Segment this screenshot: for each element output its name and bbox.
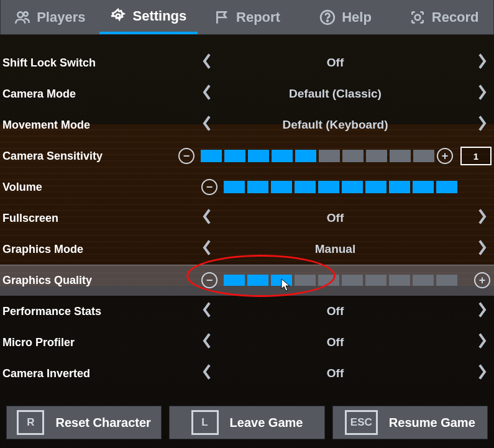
slider-tick[interactable]	[247, 275, 268, 286]
keycap: ESC	[345, 410, 378, 435]
row-movement-mode: Movement Mode Default (Keyboard)	[0, 109, 494, 140]
sensitivity-input[interactable]: 1	[460, 147, 492, 165]
minus-button[interactable]: −	[201, 179, 217, 195]
slider-tick[interactable]	[318, 275, 339, 286]
row-graphics-quality: Graphics Quality − +	[0, 265, 494, 296]
reset-character-button[interactable]: R Reset Character	[6, 406, 162, 439]
slider-tick[interactable]	[319, 150, 340, 162]
settings-list: Shift Lock Switch Off Camera Mode Defaul…	[0, 35, 494, 389]
setting-label: Micro Profiler	[2, 336, 201, 349]
chevron-left-icon[interactable]	[201, 84, 213, 104]
setting-value: Default (Classic)	[289, 87, 382, 101]
chevron-right-icon[interactable]	[477, 84, 488, 104]
setting-label: Camera Mode	[2, 88, 201, 101]
leave-game-button[interactable]: L Leave Game	[169, 406, 324, 439]
footer-actions: R Reset Character L Leave Game ESC Resum…	[0, 400, 494, 448]
slider-tick[interactable]	[295, 275, 316, 286]
chevron-right-icon[interactable]	[477, 115, 488, 135]
chevron-right-icon[interactable]	[477, 53, 488, 73]
gear-icon	[110, 8, 126, 24]
slider-tick[interactable]	[413, 275, 434, 286]
chevron-left-icon[interactable]	[201, 115, 213, 135]
slider-tick[interactable]	[436, 275, 457, 286]
resume-game-button[interactable]: ESC Resume Game	[332, 406, 488, 439]
svg-point-0	[18, 12, 24, 17]
slider-tick[interactable]	[365, 181, 387, 193]
chevron-right-icon[interactable]	[477, 208, 488, 229]
tab-record[interactable]: Record	[395, 0, 493, 34]
slider-tick[interactable]	[413, 150, 434, 162]
row-performance-stats: Performance Stats Off	[0, 296, 494, 327]
setting-value: Manual	[315, 242, 355, 256]
minus-button[interactable]: −	[201, 272, 217, 288]
slider-tick[interactable]	[224, 181, 245, 193]
slider-tick[interactable]	[389, 275, 410, 286]
slider-tick[interactable]	[366, 150, 387, 162]
slider-tick[interactable]	[318, 181, 339, 193]
slider-graphics-quality[interactable]	[224, 275, 457, 286]
flag-icon	[214, 9, 230, 25]
slider-camera-sensitivity[interactable]	[201, 150, 434, 162]
keycap: L	[191, 410, 219, 435]
players-icon	[14, 9, 30, 25]
slider-tick[interactable]	[271, 275, 292, 286]
slider-tick[interactable]	[224, 150, 245, 162]
minus-button[interactable]: −	[178, 148, 194, 164]
slider-tick[interactable]	[389, 181, 410, 193]
chevron-left-icon[interactable]	[201, 332, 213, 353]
slider-tick[interactable]	[224, 275, 245, 286]
slider-tick[interactable]	[248, 150, 269, 162]
setting-label: Fullscreen	[2, 212, 201, 225]
slider-tick[interactable]	[390, 150, 411, 162]
setting-value: Default (Keyboard)	[283, 118, 388, 132]
setting-label: Graphics Mode	[2, 243, 201, 256]
svg-point-5	[414, 14, 420, 20]
slider-tick[interactable]	[342, 275, 363, 286]
slider-tick[interactable]	[295, 181, 316, 193]
setting-value: Off	[327, 56, 344, 70]
slider-tick[interactable]	[436, 181, 457, 193]
chevron-left-icon[interactable]	[201, 239, 213, 260]
chevron-left-icon[interactable]	[201, 208, 213, 229]
tab-label: Record	[432, 9, 479, 25]
slider-tick[interactable]	[342, 181, 363, 193]
setting-value: Off	[327, 367, 344, 380]
slider-tick[interactable]	[247, 181, 268, 193]
slider-tick[interactable]	[365, 275, 387, 286]
slider-tick[interactable]	[271, 181, 292, 193]
tab-help[interactable]: Help	[296, 0, 395, 34]
chevron-right-icon[interactable]	[477, 239, 488, 260]
chevron-left-icon[interactable]	[201, 363, 213, 384]
setting-value: Off	[327, 211, 344, 225]
slider-tick[interactable]	[201, 150, 222, 162]
plus-button[interactable]: +	[474, 272, 490, 288]
tab-settings[interactable]: Settings	[99, 0, 198, 34]
chevron-left-icon[interactable]	[201, 301, 213, 322]
chevron-right-icon[interactable]	[477, 301, 488, 322]
setting-label: Camera Sensitivity	[2, 150, 178, 163]
tab-label: Help	[342, 9, 372, 25]
svg-point-4	[327, 20, 328, 21]
slider-tick[interactable]	[295, 150, 316, 162]
chevron-right-icon[interactable]	[477, 332, 488, 353]
slider-tick[interactable]	[413, 181, 434, 193]
row-camera-mode: Camera Mode Default (Classic)	[0, 78, 494, 109]
slider-tick[interactable]	[342, 150, 364, 162]
row-camera-sensitivity: Camera Sensitivity − + 1	[0, 140, 494, 171]
record-icon	[409, 9, 426, 25]
row-graphics-mode: Graphics Mode Manual	[0, 234, 494, 265]
tab-report[interactable]: Report	[198, 0, 296, 34]
slider-tick[interactable]	[272, 150, 293, 162]
slider-volume[interactable]	[224, 181, 457, 193]
plus-button[interactable]: +	[437, 148, 453, 164]
setting-label: Volume	[2, 181, 201, 194]
tab-label: Settings	[132, 8, 186, 24]
chevron-left-icon[interactable]	[201, 53, 213, 73]
tab-players[interactable]: Players	[1, 0, 99, 34]
setting-label: Camera Inverted	[2, 367, 201, 380]
button-label: Reset Character	[55, 416, 150, 430]
chevron-right-icon[interactable]	[477, 363, 488, 384]
setting-label: Movement Mode	[2, 119, 201, 132]
question-icon	[319, 9, 336, 25]
row-volume: Volume −	[0, 171, 494, 203]
